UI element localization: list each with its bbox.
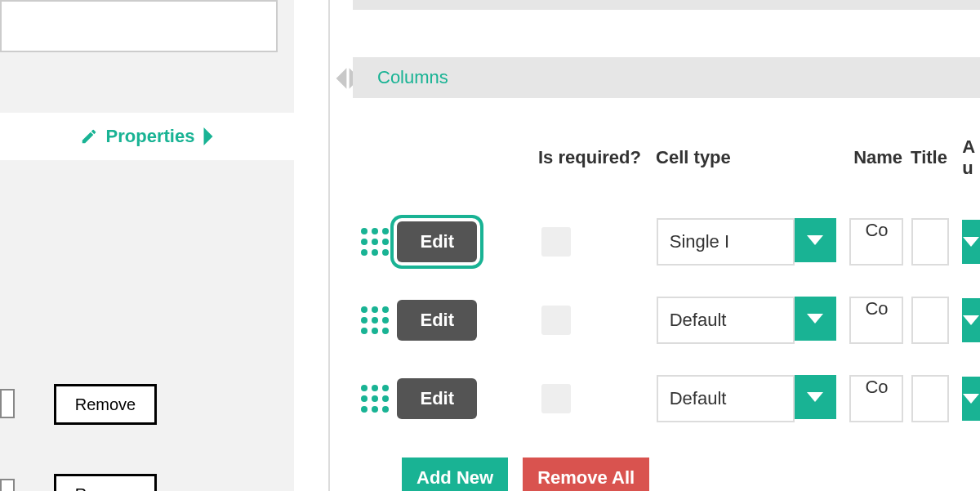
edit-button[interactable]: Edit: [397, 378, 477, 419]
drag-dots-icon: [361, 385, 389, 413]
column-row: Edit Single I Co: [353, 217, 980, 266]
left-small-box-1[interactable]: [0, 389, 15, 418]
remove-all-label: Remove All: [537, 467, 635, 489]
cell-type-value: Default: [670, 310, 727, 331]
tail-dropdown-toggle[interactable]: [962, 377, 980, 421]
edit-button-label: Edit: [420, 231, 454, 252]
panel-divider: [328, 0, 330, 491]
name-input[interactable]: Co: [849, 375, 903, 422]
edit-button-label: Edit: [420, 388, 454, 409]
edit-button[interactable]: Edit: [397, 300, 477, 341]
add-new-label: Add New: [416, 467, 493, 489]
chevron-down-icon: [963, 315, 979, 326]
chevron-down-icon: [963, 393, 979, 404]
cell-type-value: Single I: [670, 231, 729, 252]
column-row: Edit Default Co: [353, 374, 980, 423]
description-input[interactable]: [0, 0, 278, 52]
section-akoyago[interactable]: AkoyaGO: [353, 0, 980, 10]
name-input[interactable]: Co: [849, 297, 903, 344]
remove-button-2-label: Remove: [75, 485, 136, 492]
title-input[interactable]: [911, 218, 949, 266]
columns-header-row: Is required? Cell type Name Title Au: [353, 129, 980, 186]
chevron-down-icon: [807, 234, 823, 246]
columns-footer: Add New Remove All: [402, 458, 649, 491]
chevron-left-icon: [335, 67, 348, 90]
name-input[interactable]: Co: [849, 218, 903, 266]
cell-type-dropdown-toggle[interactable]: [795, 297, 836, 341]
cell-type-select[interactable]: Default: [657, 375, 795, 422]
header-cell-type: Cell type: [656, 147, 833, 168]
section-columns[interactable]: Columns: [353, 57, 980, 98]
drag-handle[interactable]: [353, 385, 397, 413]
column-row: Edit Default Co: [353, 296, 980, 345]
header-a: Au: [962, 136, 980, 180]
add-new-button[interactable]: Add New: [402, 458, 508, 491]
drag-dots-icon: [361, 228, 389, 256]
pencil-icon: [80, 127, 98, 145]
properties-label: Properties: [106, 126, 195, 147]
properties-panel: AkoyaGO Columns Is required? Cell type N…: [353, 0, 980, 491]
name-input-value: Co: [865, 220, 888, 240]
chevron-right-icon: [203, 127, 214, 145]
is-required-checkbox[interactable]: [541, 227, 571, 257]
tail-dropdown-toggle[interactable]: [962, 220, 980, 264]
section-columns-label: Columns: [377, 67, 448, 88]
edit-button-label: Edit: [420, 310, 454, 331]
cell-type-dropdown-toggle[interactable]: [795, 218, 836, 262]
chevron-down-icon: [807, 313, 823, 324]
cell-type-value: Default: [670, 388, 727, 409]
remove-button-label: Remove: [75, 395, 136, 414]
remove-all-button[interactable]: Remove All: [523, 458, 649, 491]
header-is-required: Is required?: [538, 147, 656, 168]
is-required-checkbox[interactable]: [541, 384, 571, 413]
left-small-box-2[interactable]: [0, 479, 15, 491]
remove-button[interactable]: Remove: [54, 384, 157, 425]
tail-dropdown-toggle[interactable]: [962, 298, 980, 342]
drag-handle[interactable]: [353, 306, 397, 334]
name-input-value: Co: [865, 298, 888, 319]
title-input[interactable]: [911, 297, 949, 344]
drag-handle[interactable]: [353, 228, 397, 256]
title-input[interactable]: [911, 375, 949, 422]
chevron-down-icon: [807, 391, 823, 403]
left-panel: Properties Remove Remove: [0, 0, 294, 491]
cell-type-select[interactable]: Default: [657, 297, 795, 344]
cell-type-select[interactable]: Single I: [657, 218, 795, 266]
name-input-value: Co: [865, 377, 888, 397]
drag-dots-icon: [361, 306, 389, 334]
is-required-checkbox[interactable]: [541, 306, 571, 335]
tab-properties[interactable]: Properties: [0, 113, 294, 160]
edit-button[interactable]: Edit: [397, 221, 477, 262]
chevron-down-icon: [963, 236, 979, 248]
cell-type-dropdown-toggle[interactable]: [795, 375, 836, 419]
remove-button-2[interactable]: Remove: [54, 474, 157, 491]
header-title: Title: [902, 147, 962, 168]
header-name: Name: [833, 147, 902, 168]
